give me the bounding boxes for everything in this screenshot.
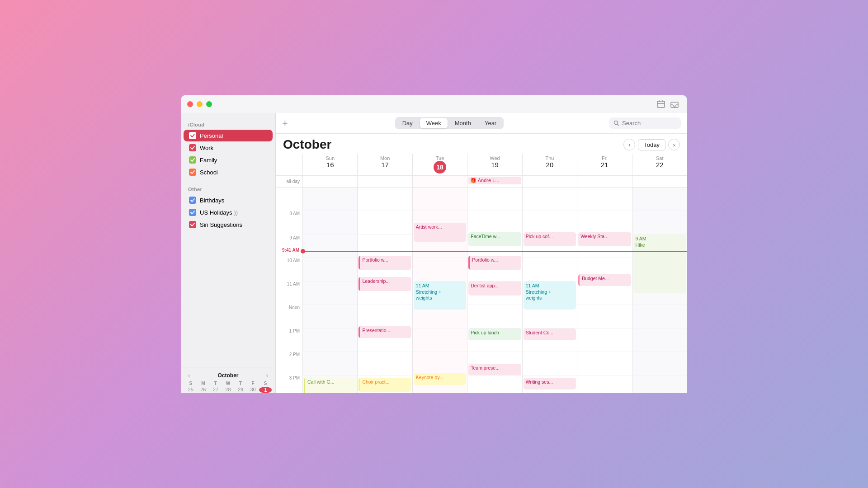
event-stretching-tue[interactable]: 11 AM Stretching + weights [414, 282, 466, 310]
cell-d5-h12[interactable] [577, 305, 632, 328]
siri-waves-icon: )) [234, 209, 238, 216]
siri-check [189, 221, 196, 228]
cell-d1-h14[interactable] [358, 352, 412, 375]
allday-wed[interactable]: 🎁 Andre L... [467, 176, 522, 187]
cell-d6-h13[interactable] [632, 328, 687, 352]
hour-label-9: 9 AM [276, 235, 303, 258]
cell-d0-h13[interactable] [303, 328, 358, 352]
cell-d2-h7[interactable] [413, 188, 467, 211]
cell-d3-h15[interactable] [467, 375, 522, 393]
next-week-button[interactable]: › [668, 139, 680, 150]
event-pickup-coffee[interactable]: Pick up cof... [524, 232, 576, 246]
calendar-icon[interactable] [656, 99, 665, 108]
sidebar-item-birthdays[interactable]: Birthdays [184, 194, 273, 206]
allday-mon[interactable] [358, 176, 412, 187]
tab-day[interactable]: Day [396, 118, 419, 128]
holidays-label: US Holidays [200, 209, 232, 216]
cell-d0-h10[interactable] [303, 258, 358, 282]
cell-d2-h10[interactable] [413, 258, 467, 282]
allday-event-andre[interactable]: 🎁 Andre L... [468, 177, 521, 184]
sidebar-item-work[interactable]: Work [184, 142, 273, 154]
allday-tue[interactable] [413, 176, 467, 187]
hour-label-15: 3 PM [276, 375, 303, 393]
cell-d5-h14[interactable] [577, 352, 632, 375]
cell-d3-h8[interactable] [467, 211, 522, 235]
allday-label: all-day [276, 176, 303, 187]
cell-d4-h14[interactable] [523, 352, 577, 375]
event-student-co[interactable]: Student Co... [524, 328, 576, 340]
cell-d0-h8[interactable] [303, 211, 358, 235]
event-portfolio-mon[interactable]: Portfolio w... [359, 256, 411, 270]
today-button[interactable]: Today [638, 139, 665, 150]
tab-month[interactable]: Month [448, 118, 477, 128]
cell-d5-h8[interactable] [577, 211, 632, 235]
add-event-button[interactable]: + [282, 118, 288, 128]
sidebar-item-holidays[interactable]: US Holidays )) [184, 206, 273, 218]
allday-sat[interactable] [632, 176, 687, 187]
cell-d6-h14[interactable] [632, 352, 687, 375]
prev-week-button[interactable]: ‹ [623, 139, 635, 150]
cell-d3-h12[interactable] [467, 305, 522, 328]
cell-d6-h12[interactable] [632, 305, 687, 328]
cell-d6-h7[interactable] [632, 188, 687, 211]
inbox-icon[interactable] [670, 99, 679, 108]
cell-d2-h14[interactable] [413, 352, 467, 375]
cell-d6-h15[interactable] [632, 375, 687, 393]
family-check [189, 156, 196, 164]
cell-d4-h8[interactable] [523, 211, 577, 235]
minimize-button[interactable] [197, 101, 203, 107]
mini-cal-prev[interactable]: ‹ [186, 371, 192, 380]
allday-thu[interactable] [523, 176, 577, 187]
cell-d5-h13[interactable] [577, 328, 632, 352]
event-keynote[interactable]: Keynote by... [414, 373, 466, 385]
cell-d0-h12[interactable] [303, 305, 358, 328]
allday-sun[interactable] [303, 176, 358, 187]
cell-d1-h7[interactable] [358, 188, 412, 211]
cell-d0-h11[interactable] [303, 282, 358, 305]
cell-d6-h8[interactable] [632, 211, 687, 235]
school-label: School [200, 169, 218, 176]
event-facetime[interactable]: FaceTime w... [468, 232, 521, 246]
event-leadership[interactable]: Leadership... [359, 277, 411, 291]
cell-d1-h8[interactable] [358, 211, 412, 235]
close-button[interactable] [187, 101, 193, 107]
sidebar-item-school[interactable]: School [184, 166, 273, 178]
sidebar-item-personal[interactable]: Personal [184, 130, 273, 141]
event-budget-me[interactable]: Budget Me... [578, 274, 631, 286]
event-pickup-lunch[interactable]: Pick up lunch [468, 328, 521, 340]
cell-d5-h15[interactable] [577, 375, 632, 393]
cell-d0-h9[interactable] [303, 235, 358, 258]
event-artist-work[interactable]: Artist work... [414, 223, 466, 242]
event-stretching-thu[interactable]: 11 AM Stretching + weights [524, 282, 576, 310]
search-bar[interactable] [609, 117, 681, 129]
family-label: Family [200, 157, 217, 164]
cell-d4-h10[interactable] [523, 258, 577, 282]
cell-d0-h14[interactable] [303, 352, 358, 375]
event-portfolio-wed[interactable]: Portfolio w... [468, 256, 521, 270]
month-title: October [283, 137, 331, 152]
cell-d1-h9[interactable] [358, 235, 412, 258]
allday-fri[interactable] [577, 176, 632, 187]
sidebar-item-family[interactable]: Family [184, 154, 273, 166]
hour-label-10: 10 AM [276, 258, 303, 282]
event-weekly-sta[interactable]: Weekly Sta... [578, 232, 631, 246]
maximize-button[interactable] [206, 101, 212, 107]
cell-d2-h13[interactable] [413, 328, 467, 352]
event-dentist[interactable]: Dentist app... [468, 282, 521, 296]
event-choir-pract[interactable]: Choir pract... [359, 378, 411, 392]
search-input[interactable] [622, 120, 676, 127]
cell-d4-h7[interactable] [523, 188, 577, 211]
event-hike[interactable]: 9 AM Hike [633, 235, 686, 293]
mini-cal-next[interactable]: › [264, 371, 270, 380]
sidebar-item-siri[interactable]: Siri Suggestions [184, 219, 273, 230]
cell-d0-h7[interactable] [303, 188, 358, 211]
event-presentation[interactable]: Presentatio... [359, 326, 411, 338]
event-team-prese[interactable]: Team prese... [468, 364, 521, 375]
event-call-with-g[interactable]: Call with G... [304, 378, 356, 393]
cell-d5-h7[interactable] [577, 188, 632, 211]
tab-year[interactable]: Year [478, 118, 503, 128]
event-writing-ses[interactable]: Writing ses... [524, 378, 576, 389]
tab-week[interactable]: Week [420, 118, 448, 128]
cell-d3-h7[interactable] [467, 188, 522, 211]
cell-d1-h12[interactable] [358, 305, 412, 328]
